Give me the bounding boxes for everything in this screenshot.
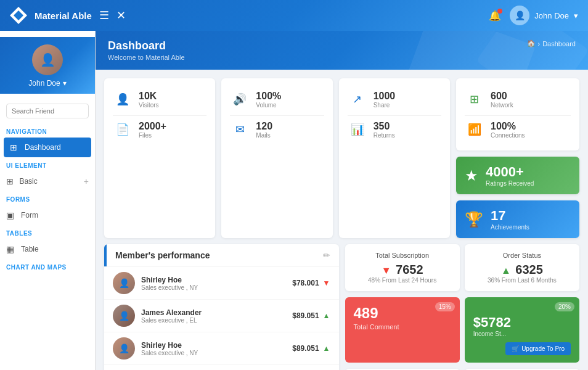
network-icon: ⊞	[465, 89, 484, 109]
topbar: Material Able ☰ ✕ 🔔 👤 John Doe ▾	[0, 0, 588, 31]
stat-share: ↗ 1000 Share	[348, 86, 441, 113]
member-value-1: $78.001	[292, 279, 319, 287]
returns-value: 350	[374, 121, 395, 132]
member-info-2: James Alexander Sales executive , EL	[141, 308, 292, 324]
dashboard-icon: ⊞	[10, 142, 20, 152]
member-row-2: 👤 James Alexander Sales executive , EL $…	[104, 299, 339, 332]
network-value: 600	[491, 91, 513, 102]
stats-special-col: ⊞ 600 Network 📶 100% Connections	[456, 78, 579, 238]
stat-info-connections: 100% Connections	[491, 121, 525, 139]
income-badge: 20%	[555, 302, 574, 311]
order-trend-icon: ▲	[501, 265, 511, 276]
stat-info-mails: 120 Mails	[256, 121, 272, 139]
visitors-value: 10K	[139, 91, 159, 102]
cart-icon: 🛒	[512, 345, 519, 352]
achievements-label: Achievements	[491, 224, 529, 231]
table-icon: ▦	[6, 244, 16, 254]
comment-badge: 15%	[435, 302, 455, 311]
close-icon[interactable]: ✕	[116, 9, 126, 22]
upgrade-button[interactable]: 🛒 Upgrade To Pro	[505, 342, 571, 355]
mails-value: 120	[256, 121, 272, 132]
form-label: Form	[21, 211, 38, 220]
svg-marker-0	[14, 10, 23, 20]
page-subtitle: Welcome to Material Able	[108, 54, 185, 61]
ratings-label: Ratings Received	[486, 180, 534, 187]
stats-card-1: 👤 10K Visitors 📄 2000+ Files	[104, 78, 215, 238]
sidebar-item-label: Dashboard	[25, 143, 61, 152]
special-blue-info: 17 Achievements	[491, 208, 529, 231]
returns-label: Returns	[374, 132, 395, 139]
trend-icon-3: ▲	[323, 344, 330, 353]
layout: 👤 John Doe ▾ Navigation ⊞ Dashboard UI E…	[0, 31, 588, 370]
hamburger-icon[interactable]: ☰	[99, 9, 109, 22]
user-name: John Doe	[534, 11, 569, 20]
breadcrumb-home-icon: 🏠	[527, 39, 536, 47]
edit-icon[interactable]: ✏	[323, 250, 330, 260]
sidebar-item-table[interactable]: ▦ Table	[0, 239, 95, 259]
sidebar-item-form[interactable]: ▣ Form	[0, 205, 95, 225]
top-stat-row: Total Subscription ▼ 7652 48% From Last …	[345, 244, 580, 291]
logo-icon	[10, 7, 27, 24]
share-label: Share	[374, 102, 396, 109]
members-title: Member's performance	[115, 250, 210, 260]
stat-info-returns: 350 Returns	[374, 121, 395, 139]
stat-info-network: 600 Network	[491, 91, 513, 109]
files-label: Files	[139, 132, 166, 139]
volume-value: 100%	[256, 91, 281, 102]
stat-info-files: 2000+ Files	[139, 121, 166, 139]
member-role-1: Sales executive , NY	[141, 284, 292, 291]
connections-label: Connections	[491, 132, 525, 139]
member-name-3: Shirley Hoe	[141, 341, 292, 350]
main-content: Dashboard Welcome to Material Able 🏠 › D…	[96, 31, 588, 370]
topbar-left: Material Able ☰ ✕	[10, 7, 126, 24]
sidebar-item-dashboard[interactable]: ⊞ Dashboard	[4, 138, 91, 157]
connections-value: 100%	[491, 121, 525, 132]
total-comment-card: 15% 489 Total Comment	[345, 297, 460, 363]
files-value: 2000+	[139, 121, 166, 132]
sidebar: 👤 John Doe ▾ Navigation ⊞ Dashboard UI E…	[0, 31, 96, 370]
ui-element-section-label: UI Element	[0, 157, 95, 171]
stat-info-share: 1000 Share	[374, 91, 396, 109]
right-col: Total Subscription ▼ 7652 48% From Last …	[345, 244, 580, 370]
subscription-value-row: ▼ 7652	[354, 263, 451, 277]
order-status-card: Order Status ▲ 6325 36% From Last 6 Mont…	[465, 244, 579, 291]
member-value-3: $89.051	[292, 344, 319, 353]
sidebar-item-basic[interactable]: ⊞ Basic +	[0, 171, 95, 191]
member-info-1: Shirley Hoe Sales executive , NY	[141, 276, 292, 291]
search-input[interactable]	[6, 104, 89, 118]
returns-icon: 📊	[348, 120, 367, 139]
notification-icon[interactable]: 🔔	[489, 10, 501, 22]
files-icon: 📄	[113, 120, 133, 139]
member-avatar-1: 👤	[113, 272, 135, 294]
member-value-2: $89.051	[292, 311, 319, 320]
connections-icon: 📶	[465, 120, 484, 139]
member-info-3: Shirley Hoe Sales executive , NY	[141, 341, 292, 356]
member-name-1: Shirley Hoe	[141, 276, 292, 284]
network-label: Network	[491, 102, 513, 109]
sidebar-search	[0, 99, 95, 123]
mails-label: Mails	[256, 132, 272, 139]
stats-card-4: ⊞ 600 Network 📶 100% Connections	[456, 78, 579, 150]
notification-badge	[497, 9, 502, 14]
sidebar-avatar: 👤	[32, 44, 63, 75]
chevron-down-icon: ▾	[574, 11, 578, 20]
sidebar-profile: 👤 John Doe ▾	[0, 37, 95, 94]
user-menu[interactable]: 👤 John Doe ▾	[510, 6, 578, 25]
share-icon: ↗	[348, 89, 367, 109]
member-role-2: Sales executive , EL	[141, 317, 292, 324]
content-header: Dashboard Welcome to Material Able 🏠 › D…	[96, 31, 588, 70]
sidebar-chevron-icon: ▾	[63, 79, 67, 88]
avatar: 👤	[510, 6, 529, 25]
form-icon: ▣	[6, 210, 16, 220]
trend-icon-2: ▲	[323, 311, 330, 320]
order-sub: 36% From Last 6 Months	[473, 277, 571, 284]
plus-icon: +	[84, 176, 89, 186]
stat-files: 📄 2000+ Files	[113, 115, 206, 143]
subscription-title: Total Subscription	[354, 252, 451, 259]
comment-label: Total Comment	[354, 323, 451, 331]
tables-section-label: Tables	[0, 225, 95, 239]
breadcrumb-separator: ›	[538, 40, 541, 47]
basic-row: Basic +	[19, 176, 89, 186]
member-avatar-3: 👤	[113, 337, 135, 360]
stat-network: ⊞ 600 Network	[465, 86, 571, 113]
